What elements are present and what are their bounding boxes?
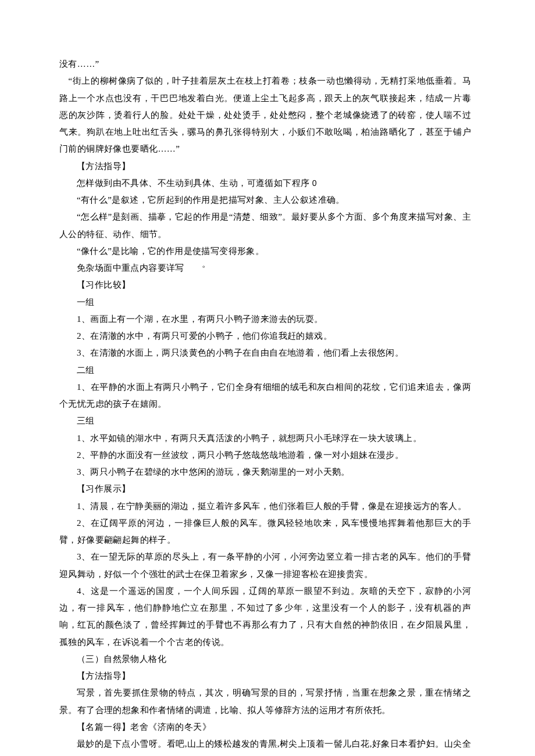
paragraph: 3、两只小鸭子在碧绿的水中悠闲的游玩，像天鹅湖里的一对小天鹅。 — [59, 464, 471, 481]
paragraph: 2、平静的水面没有一丝波纹，两只小鸭子悠哉悠哉地游着，像一对小姐妹在漫步。 — [59, 447, 471, 464]
document-page: 没有……” “街上的柳树像病了似的，叶子挂着层灰土在枝上打着卷；枝条一动也懒得动… — [0, 0, 535, 756]
paragraph: 3、在一望无际的草原的尽头上，有一条平静的小河，小河旁边竖立着一排古老的风车。他… — [59, 549, 471, 583]
paragraph: “怎么样”是刻画、描摹，它起的作用是“清楚、细致”。最好要从多个方面、多个角度来… — [59, 209, 471, 243]
paragraph: “像什么”是比喻，它的作用是使描写变得形象。 — [59, 243, 471, 260]
paragraph: 最妙的是下点小雪呀。看吧,山上的矮松越发的青黑,树尖上顶着一髻儿白花,好象日本看… — [59, 736, 471, 756]
paragraph: 1、水平如镜的湖水中，有两只天真活泼的小鸭子，就想两只小毛球浮在一块大玻璃上。 — [59, 430, 471, 447]
paragraph: 【名篇一得】老舍《济南的冬天》 — [59, 719, 471, 736]
paragraph: 免杂场面中重点内容要详写 — [59, 260, 471, 277]
paragraph: 二组 — [59, 362, 471, 379]
paragraph: 写景，首先要抓住景物的特点，其次，明确写景的目的，写景抒情，当重在想象之景，重在… — [59, 685, 471, 719]
paragraph: 1、画面上有一个湖，在水里，有两只小鸭子游来游去的玩耍。 — [59, 311, 471, 328]
paragraph: 4、这是一个遥远的国度，一个人间乐园，辽阔的草原一眼望不到边。灰暗的天空下，寂静… — [59, 583, 471, 651]
paragraph: 一组 — [59, 294, 471, 311]
paragraph: “有什么”是叙述，它所起到的作用是把描写对象、主人公叙述准确。 — [59, 192, 471, 209]
paragraph: （三）自然景物人格化 — [59, 651, 471, 668]
paragraph: 【习作比较】 — [59, 277, 471, 293]
paragraph: 2、在清澈的水中，有两只可爱的小鸭子，他们你追我赶的嬉戏。 — [59, 328, 471, 345]
paragraph: “街上的柳树像病了似的，叶子挂着层灰土在枝上打着卷；枝条一动也懒得动，无精打采地… — [59, 73, 471, 157]
paragraph: 3、在清澈的水面上，两只淡黄色的小鸭子在自由自在地游着，他们看上去很悠闲。 — [59, 345, 471, 361]
trailing-zero: 0 — [309, 178, 316, 188]
paragraph: 【方法指导】 — [59, 668, 471, 685]
paragraph: 【习作展示】 — [59, 481, 471, 497]
paragraph: 三组 — [59, 413, 471, 429]
paragraph: 没有……” — [59, 56, 471, 73]
paragraph: 【方法指导】 — [59, 158, 471, 175]
paragraph: 2、在辽阔平原的河边，一排像巨人般的风车。微风轻轻地吹来，风车慢慢地挥舞着他那巨… — [59, 515, 471, 549]
paragraph: 1、清晨，在宁静美丽的湖边，挺立着许多风车，他们张着巨人般的手臂，像是在迎接远方… — [59, 498, 471, 515]
paragraph: 怎样做到由不具体、不生动到具体、生动，可遵循如下程序 0 — [59, 175, 471, 192]
paragraph: 1、在平静的水面上有两只小鸭子，它们全身有细细的绒毛和灰白相间的花纹，它们追来追… — [59, 379, 471, 413]
